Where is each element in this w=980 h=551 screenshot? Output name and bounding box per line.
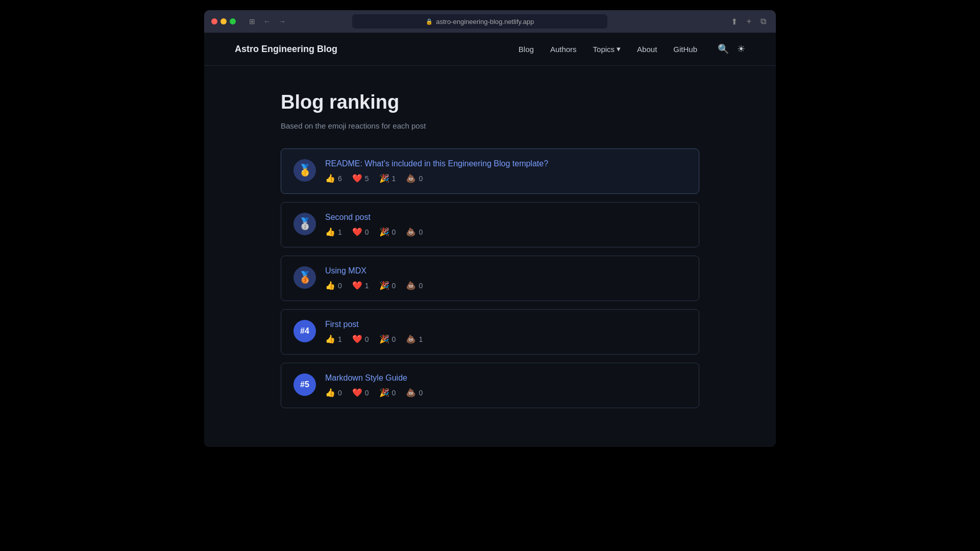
rank-badge: 🥈: [293, 213, 316, 235]
thumbsup-count: 6: [338, 174, 342, 183]
thumbsup-emoji: 👍: [325, 334, 335, 344]
address-bar[interactable]: 🔒 astro-engineering-blog.netlify.app: [352, 14, 607, 29]
party-emoji: 🎉: [379, 281, 389, 290]
party-count: 0: [392, 389, 396, 397]
poop-emoji: 💩: [406, 173, 416, 183]
thumbsup-emoji: 👍: [325, 173, 335, 183]
minimize-button[interactable]: [220, 18, 227, 24]
post-info: Using MDX👍0❤️1🎉0💩0: [325, 266, 687, 290]
theme-toggle-button[interactable]: ☀: [737, 43, 745, 55]
heart-count: 0: [365, 389, 369, 397]
nav-authors[interactable]: Authors: [550, 45, 577, 54]
reaction-poop: 💩0: [406, 227, 423, 237]
page-title: Blog ranking: [281, 91, 699, 113]
nav-icons: 🔍 ☀: [718, 43, 745, 55]
reaction-thumbsup: 👍1: [325, 227, 342, 237]
posts-list: 🥇README: What's included in this Enginee…: [281, 148, 699, 408]
site-title[interactable]: Astro Engineering Blog: [235, 44, 337, 55]
post-title-link[interactable]: Second post: [325, 213, 687, 222]
reactions: 👍0❤️1🎉0💩0: [325, 281, 687, 290]
thumbsup-emoji: 👍: [325, 227, 335, 237]
heart-emoji: ❤️: [352, 173, 362, 183]
post-info: Second post👍1❤️0🎉0💩0: [325, 213, 687, 237]
post-card[interactable]: 🥈Second post👍1❤️0🎉0💩0: [281, 202, 699, 247]
tab-overview-button[interactable]: ⧉: [758, 16, 769, 27]
party-count: 0: [392, 228, 396, 236]
poop-emoji: 💩: [406, 227, 416, 237]
heart-count: 1: [365, 282, 369, 290]
poop-emoji: 💩: [406, 334, 416, 344]
reaction-poop: 💩0: [406, 173, 423, 183]
nav-blog[interactable]: Blog: [519, 45, 534, 54]
party-emoji: 🎉: [379, 388, 389, 397]
reaction-poop: 💩0: [406, 388, 423, 397]
chevron-down-icon: ▾: [617, 44, 621, 54]
thumbsup-emoji: 👍: [325, 281, 335, 290]
post-card[interactable]: 🥇README: What's included in this Enginee…: [281, 148, 699, 194]
reaction-heart: ❤️0: [352, 388, 369, 397]
reaction-party: 🎉1: [379, 173, 396, 183]
poop-count: 0: [419, 282, 423, 290]
reaction-heart: ❤️0: [352, 227, 369, 237]
party-emoji: 🎉: [379, 173, 389, 183]
post-title-link[interactable]: First post: [325, 320, 687, 329]
reaction-party: 🎉0: [379, 281, 396, 290]
reaction-thumbsup: 👍0: [325, 281, 342, 290]
heart-count: 0: [365, 228, 369, 236]
site-header: Astro Engineering Blog Blog Authors Topi…: [204, 33, 776, 66]
reaction-poop: 💩1: [406, 334, 423, 344]
close-button[interactable]: [211, 18, 217, 24]
post-info: README: What's included in this Engineer…: [325, 159, 687, 183]
party-count: 0: [392, 335, 396, 343]
thumbsup-count: 1: [338, 335, 342, 343]
traffic-lights: [211, 18, 236, 24]
post-title-link[interactable]: Using MDX: [325, 266, 687, 276]
post-title-link[interactable]: README: What's included in this Engineer…: [325, 159, 687, 168]
reaction-party: 🎉0: [379, 227, 396, 237]
thumbsup-count: 0: [338, 389, 342, 397]
reactions: 👍6❤️5🎉1💩0: [325, 173, 687, 183]
party-emoji: 🎉: [379, 227, 389, 237]
browser-titlebar: ⊞ ← → 🔒 astro-engineering-blog.netlify.a…: [204, 10, 776, 33]
nav-github[interactable]: GitHub: [673, 45, 697, 54]
heart-emoji: ❤️: [352, 227, 362, 237]
nav-topics[interactable]: Topics ▾: [593, 44, 621, 54]
reaction-thumbsup: 👍1: [325, 334, 342, 344]
poop-emoji: 💩: [406, 388, 416, 397]
nav-about[interactable]: About: [637, 45, 657, 54]
poop-count: 0: [419, 228, 423, 236]
reaction-heart: ❤️1: [352, 281, 369, 290]
lock-icon: 🔒: [426, 18, 433, 25]
heart-emoji: ❤️: [352, 388, 362, 397]
poop-count: 1: [419, 335, 423, 343]
maximize-button[interactable]: [230, 18, 236, 24]
party-count: 1: [392, 174, 396, 183]
reaction-party: 🎉0: [379, 334, 396, 344]
browser-window: ⊞ ← → 🔒 astro-engineering-blog.netlify.a…: [204, 10, 776, 447]
reactions: 👍0❤️0🎉0💩0: [325, 388, 687, 397]
post-card[interactable]: 🥉Using MDX👍0❤️1🎉0💩0: [281, 256, 699, 301]
post-info: First post👍1❤️0🎉0💩1: [325, 320, 687, 344]
forward-button[interactable]: →: [276, 15, 289, 28]
thumbsup-count: 0: [338, 282, 342, 290]
poop-emoji: 💩: [406, 281, 416, 290]
browser-controls: ⊞ ← →: [246, 15, 289, 28]
rank-badge: #5: [293, 373, 316, 396]
poop-count: 0: [419, 174, 423, 183]
back-button[interactable]: ←: [260, 15, 274, 28]
browser-actions: ⬆ + ⧉: [728, 16, 769, 28]
post-title-link[interactable]: Markdown Style Guide: [325, 373, 687, 383]
sidebar-toggle-button[interactable]: ⊞: [246, 15, 258, 28]
rank-badge: 🥉: [293, 266, 316, 289]
post-card[interactable]: #5Markdown Style Guide👍0❤️0🎉0💩0: [281, 363, 699, 408]
page-content: Astro Engineering Blog Blog Authors Topi…: [204, 33, 776, 447]
reaction-poop: 💩0: [406, 281, 423, 290]
new-tab-button[interactable]: +: [744, 16, 754, 27]
share-button[interactable]: ⬆: [728, 16, 740, 28]
rank-badge: #4: [293, 320, 316, 342]
url-text: astro-engineering-blog.netlify.app: [436, 18, 534, 26]
post-card[interactable]: #4First post👍1❤️0🎉0💩1: [281, 309, 699, 355]
search-button[interactable]: 🔍: [718, 43, 729, 55]
reactions: 👍1❤️0🎉0💩0: [325, 227, 687, 237]
reactions: 👍1❤️0🎉0💩1: [325, 334, 687, 344]
